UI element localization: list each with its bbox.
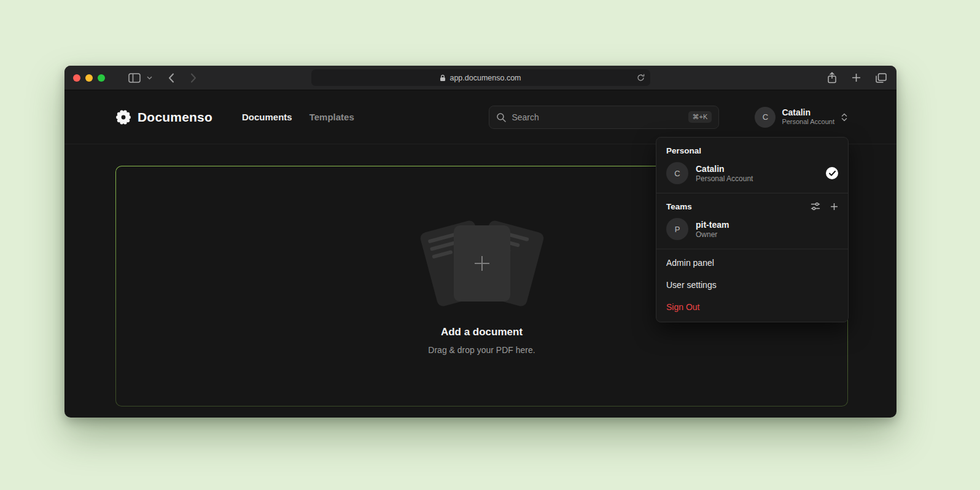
app-header: Documenso Documents Templates ⌘+K C Cata… [64, 90, 896, 144]
share-icon [827, 72, 837, 84]
team-role: Owner [696, 230, 729, 239]
document-card-front [454, 225, 510, 301]
tab-overview-button[interactable] [876, 73, 887, 83]
address-bar[interactable]: app.documenso.com [311, 69, 650, 86]
team-avatar: P [666, 218, 688, 240]
add-plus-icon [472, 253, 492, 274]
brand-name: Documenso [138, 110, 212, 125]
menu-divider [656, 193, 848, 193]
documenso-logo-icon [115, 109, 131, 125]
manage-teams-button[interactable] [811, 201, 820, 211]
back-button[interactable] [168, 73, 174, 83]
account-name: Catalin [782, 107, 834, 119]
menu-item-sign-out[interactable]: Sign Out [656, 296, 848, 318]
check-icon [829, 171, 836, 176]
sidebar-icon [128, 73, 141, 83]
team-item[interactable]: P pit-team Owner [656, 214, 848, 247]
forward-arrow-icon [190, 73, 196, 83]
back-arrow-icon [168, 73, 174, 83]
forward-button[interactable] [190, 73, 196, 83]
close-window-button[interactable] [73, 74, 80, 82]
search-icon [496, 112, 506, 122]
teams-section-label: Teams [666, 202, 692, 211]
search-shortcut-badge: ⌘+K [688, 111, 712, 123]
share-button[interactable] [827, 72, 837, 84]
chevron-down-icon [147, 76, 152, 80]
nav-documents[interactable]: Documents [242, 112, 292, 122]
refresh-icon [637, 74, 645, 82]
sidebar-dropdown-button[interactable] [147, 76, 152, 80]
account-avatar: C [755, 107, 776, 128]
dropzone-title: Add a document [441, 326, 523, 338]
account-subtitle: Personal Account [782, 118, 834, 126]
menu-divider [656, 249, 848, 249]
plus-icon [830, 203, 838, 211]
personal-section-label: Personal [656, 140, 848, 158]
sliders-icon [811, 201, 820, 211]
traffic-lights [73, 74, 105, 82]
new-tab-button[interactable] [852, 73, 861, 82]
selected-check-badge [826, 167, 838, 179]
browser-toolbar: app.documenso.com [64, 66, 896, 90]
add-team-button[interactable] [830, 203, 838, 211]
brand-logo[interactable]: Documenso [115, 109, 212, 125]
minimize-window-button[interactable] [85, 74, 93, 82]
chevron-up-down-icon [841, 112, 848, 122]
personal-account-item[interactable]: C Catalin Personal Account [656, 158, 848, 191]
tabs-icon [876, 73, 887, 83]
personal-avatar: C [666, 162, 688, 184]
account-menu-trigger[interactable]: C Catalin Personal Account [755, 107, 848, 128]
menu-item-admin-panel[interactable]: Admin panel [656, 252, 848, 274]
main-nav: Documents Templates [242, 112, 354, 122]
personal-subtitle: Personal Account [696, 174, 753, 183]
address-url: app.documenso.com [449, 74, 521, 82]
sidebar-toggle-button[interactable] [128, 73, 141, 83]
nav-templates[interactable]: Templates [309, 112, 354, 122]
team-name: pit-team [696, 219, 729, 230]
menu-item-user-settings[interactable]: User settings [656, 274, 848, 296]
refresh-button[interactable] [637, 74, 645, 82]
document-cards-illustration [411, 218, 553, 310]
search-bar[interactable]: ⌘+K [489, 106, 719, 129]
personal-name: Catalin [696, 163, 753, 174]
plus-icon [852, 73, 861, 82]
dropzone-subtitle: Drag & drop your PDF here. [428, 345, 535, 355]
browser-window: app.documenso.com [64, 66, 896, 418]
zoom-window-button[interactable] [98, 74, 105, 82]
account-dropdown-menu: Personal C Catalin Personal Account Team… [656, 137, 849, 322]
lock-icon [440, 74, 446, 82]
search-input[interactable] [511, 112, 682, 122]
